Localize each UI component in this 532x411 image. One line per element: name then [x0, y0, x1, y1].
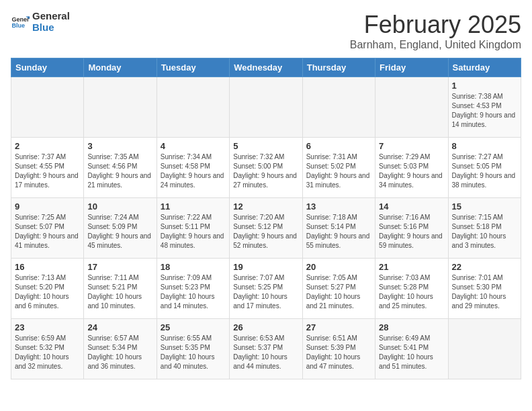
calendar-cell: 2Sunrise: 7:37 AM Sunset: 4:55 PM Daylig…	[11, 138, 84, 198]
day-number: 17	[87, 262, 152, 272]
day-info: Sunrise: 6:49 AM Sunset: 5:41 PM Dayligh…	[379, 334, 444, 371]
day-number: 26	[233, 322, 298, 332]
calendar-cell: 13Sunrise: 7:18 AM Sunset: 5:14 PM Dayli…	[302, 198, 375, 259]
day-number: 3	[87, 141, 152, 151]
calendar-cell	[230, 77, 302, 138]
day-info: Sunrise: 7:37 AM Sunset: 4:55 PM Dayligh…	[15, 152, 80, 190]
day-info: Sunrise: 6:51 AM Sunset: 5:39 PM Dayligh…	[306, 334, 371, 371]
calendar-cell: 15Sunrise: 7:15 AM Sunset: 5:18 PM Dayli…	[448, 198, 521, 259]
calendar-cell	[375, 77, 448, 138]
calendar-cell: 3Sunrise: 7:35 AM Sunset: 4:56 PM Daylig…	[84, 138, 157, 198]
day-info: Sunrise: 7:11 AM Sunset: 5:21 PM Dayligh…	[87, 273, 152, 311]
day-info: Sunrise: 7:35 AM Sunset: 4:56 PM Dayligh…	[87, 152, 152, 190]
day-number: 9	[15, 201, 80, 212]
calendar-week-row: 23Sunrise: 6:59 AM Sunset: 5:32 PM Dayli…	[11, 319, 521, 379]
weekday-header-wednesday: Wednesday	[230, 58, 302, 77]
calendar-cell: 21Sunrise: 7:03 AM Sunset: 5:28 PM Dayli…	[375, 259, 448, 319]
day-number: 12	[233, 201, 298, 212]
day-info: Sunrise: 7:22 AM Sunset: 5:11 PM Dayligh…	[161, 213, 226, 250]
calendar-cell: 22Sunrise: 7:01 AM Sunset: 5:30 PM Dayli…	[448, 259, 521, 319]
weekday-header-row: SundayMondayTuesdayWednesdayThursdayFrid…	[11, 58, 521, 77]
day-info: Sunrise: 7:16 AM Sunset: 5:16 PM Dayligh…	[379, 213, 444, 250]
calendar-cell: 19Sunrise: 7:07 AM Sunset: 5:25 PM Dayli…	[230, 259, 302, 319]
day-info: Sunrise: 7:07 AM Sunset: 5:25 PM Dayligh…	[233, 273, 298, 311]
day-number: 24	[87, 322, 152, 332]
calendar-cell: 24Sunrise: 6:57 AM Sunset: 5:34 PM Dayli…	[84, 319, 157, 379]
calendar-cell: 5Sunrise: 7:32 AM Sunset: 5:00 PM Daylig…	[230, 138, 302, 198]
calendar-cell: 9Sunrise: 7:25 AM Sunset: 5:07 PM Daylig…	[11, 198, 84, 259]
day-number: 2	[15, 141, 80, 151]
day-number: 10	[87, 201, 152, 212]
calendar-cell	[157, 77, 229, 138]
logo-icon: General Blue	[11, 13, 30, 32]
day-info: Sunrise: 6:53 AM Sunset: 5:37 PM Dayligh…	[233, 334, 298, 371]
title-area: February 2025 Barnham, England, United K…	[350, 11, 521, 51]
weekday-header-monday: Monday	[84, 58, 157, 77]
day-number: 5	[233, 141, 298, 151]
weekday-header-friday: Friday	[375, 58, 448, 77]
day-info: Sunrise: 6:59 AM Sunset: 5:32 PM Dayligh…	[15, 334, 80, 371]
day-number: 20	[306, 262, 371, 272]
calendar-cell: 10Sunrise: 7:24 AM Sunset: 5:09 PM Dayli…	[84, 198, 157, 259]
calendar-week-row: 2Sunrise: 7:37 AM Sunset: 4:55 PM Daylig…	[11, 138, 521, 198]
day-info: Sunrise: 7:24 AM Sunset: 5:09 PM Dayligh…	[87, 213, 152, 250]
day-info: Sunrise: 6:57 AM Sunset: 5:34 PM Dayligh…	[87, 334, 152, 371]
day-number: 8	[452, 141, 517, 151]
day-number: 7	[379, 141, 444, 151]
calendar-cell: 17Sunrise: 7:11 AM Sunset: 5:21 PM Dayli…	[84, 259, 157, 319]
weekday-header-tuesday: Tuesday	[157, 58, 229, 77]
day-info: Sunrise: 7:27 AM Sunset: 5:05 PM Dayligh…	[452, 152, 517, 190]
day-info: Sunrise: 7:01 AM Sunset: 5:30 PM Dayligh…	[452, 273, 517, 311]
day-number: 21	[379, 262, 444, 272]
day-number: 13	[306, 201, 371, 212]
day-info: Sunrise: 7:25 AM Sunset: 5:07 PM Dayligh…	[15, 213, 80, 250]
day-number: 16	[15, 262, 80, 272]
calendar-cell	[448, 319, 521, 379]
calendar-cell: 23Sunrise: 6:59 AM Sunset: 5:32 PM Dayli…	[11, 319, 84, 379]
calendar-week-row: 9Sunrise: 7:25 AM Sunset: 5:07 PM Daylig…	[11, 198, 521, 259]
weekday-header-sunday: Sunday	[11, 58, 84, 77]
calendar-cell: 1Sunrise: 7:38 AM Sunset: 4:53 PM Daylig…	[448, 77, 521, 138]
logo-general: General	[32, 11, 70, 22]
day-number: 22	[452, 262, 517, 272]
calendar-cell	[11, 77, 84, 138]
day-number: 18	[161, 262, 226, 272]
day-number: 6	[306, 141, 371, 151]
day-info: Sunrise: 7:31 AM Sunset: 5:02 PM Dayligh…	[306, 152, 371, 190]
day-info: Sunrise: 7:05 AM Sunset: 5:27 PM Dayligh…	[306, 273, 371, 311]
calendar-week-row: 16Sunrise: 7:13 AM Sunset: 5:20 PM Dayli…	[11, 259, 521, 319]
day-number: 1	[452, 81, 517, 91]
calendar-cell: 12Sunrise: 7:20 AM Sunset: 5:12 PM Dayli…	[230, 198, 302, 259]
day-number: 15	[452, 201, 517, 212]
day-info: Sunrise: 7:38 AM Sunset: 4:53 PM Dayligh…	[452, 92, 517, 130]
weekday-header-thursday: Thursday	[302, 58, 375, 77]
day-number: 25	[161, 322, 226, 332]
day-info: Sunrise: 7:13 AM Sunset: 5:20 PM Dayligh…	[15, 273, 80, 311]
day-number: 4	[161, 141, 226, 151]
logo: General Blue General Blue	[11, 11, 70, 33]
day-info: Sunrise: 7:09 AM Sunset: 5:23 PM Dayligh…	[161, 273, 226, 311]
calendar-title: February 2025	[350, 11, 521, 39]
day-info: Sunrise: 7:18 AM Sunset: 5:14 PM Dayligh…	[306, 213, 371, 250]
day-info: Sunrise: 7:32 AM Sunset: 5:00 PM Dayligh…	[233, 152, 298, 190]
day-info: Sunrise: 7:20 AM Sunset: 5:12 PM Dayligh…	[233, 213, 298, 250]
calendar-cell: 14Sunrise: 7:16 AM Sunset: 5:16 PM Dayli…	[375, 198, 448, 259]
day-info: Sunrise: 7:03 AM Sunset: 5:28 PM Dayligh…	[379, 273, 444, 311]
day-number: 28	[379, 322, 444, 332]
page-header: General Blue General Blue February 2025 …	[11, 11, 521, 51]
logo-blue: Blue	[32, 22, 70, 34]
day-number: 14	[379, 201, 444, 212]
calendar-subtitle: Barnham, England, United Kingdom	[350, 39, 521, 51]
calendar-cell: 16Sunrise: 7:13 AM Sunset: 5:20 PM Dayli…	[11, 259, 84, 319]
calendar-cell: 20Sunrise: 7:05 AM Sunset: 5:27 PM Dayli…	[302, 259, 375, 319]
calendar-cell: 18Sunrise: 7:09 AM Sunset: 5:23 PM Dayli…	[157, 259, 229, 319]
day-number: 11	[161, 201, 226, 212]
calendar-week-row: 1Sunrise: 7:38 AM Sunset: 4:53 PM Daylig…	[11, 77, 521, 138]
day-info: Sunrise: 7:15 AM Sunset: 5:18 PM Dayligh…	[452, 213, 517, 250]
day-number: 23	[15, 322, 80, 332]
calendar-cell: 4Sunrise: 7:34 AM Sunset: 4:58 PM Daylig…	[157, 138, 229, 198]
weekday-header-saturday: Saturday	[448, 58, 521, 77]
calendar-cell: 25Sunrise: 6:55 AM Sunset: 5:35 PM Dayli…	[157, 319, 229, 379]
svg-text:Blue: Blue	[11, 22, 25, 29]
day-number: 27	[306, 322, 371, 332]
